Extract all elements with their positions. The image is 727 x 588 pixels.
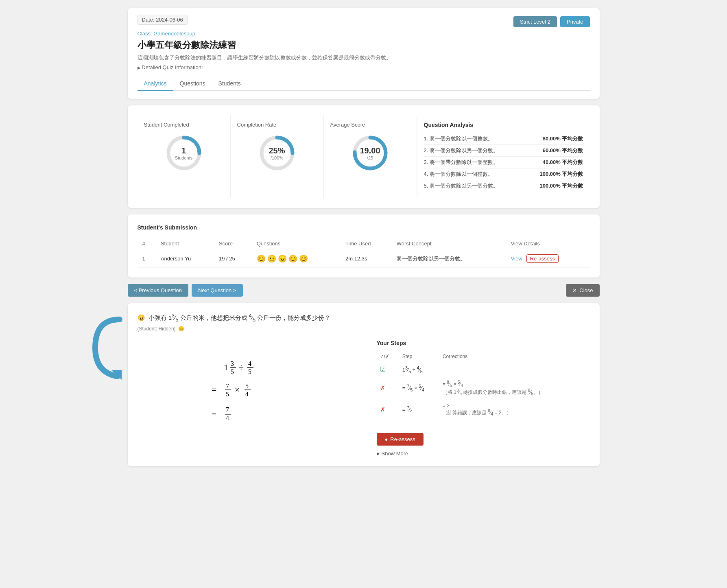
check-icon: ☑ bbox=[380, 366, 386, 373]
tab-analytics[interactable]: Analytics bbox=[138, 77, 173, 91]
steps-area: Your Steps ✓/✗ Step Corrections ☑ 13⁄5 ÷… bbox=[377, 340, 590, 457]
qa-item-4-text: 4. 將一個分數除以一個整數。 bbox=[424, 170, 493, 178]
emoji-5: 😊 bbox=[299, 254, 308, 263]
svg-text:4: 4 bbox=[245, 391, 249, 398]
strict-level-button[interactable]: Strict Level 2 bbox=[513, 16, 557, 27]
reassess-button[interactable]: ● Re-assess bbox=[377, 433, 424, 446]
steps-title: Your Steps bbox=[377, 340, 590, 346]
student-completed-label: Student Completed bbox=[144, 122, 224, 128]
student-emoji: 😊 bbox=[178, 326, 184, 332]
step-2-correction: = 8⁄5 × 5⁄4 bbox=[443, 381, 463, 387]
class-link[interactable]: Class: Gamenoodlesoup bbox=[138, 31, 590, 37]
qa-item-4-score: 100.00% 平均分數 bbox=[540, 170, 583, 178]
row-num: 1 bbox=[138, 250, 156, 267]
submission-card: Student's Submission # Student Score Que… bbox=[128, 214, 600, 278]
col-step: Step bbox=[399, 351, 439, 362]
date-badge: Date: 2024-06-06 bbox=[138, 15, 188, 25]
svg-text:3: 3 bbox=[231, 360, 234, 367]
qa-item-5-score: 100.00% 平均分數 bbox=[540, 182, 583, 190]
next-question-button[interactable]: Next Question > bbox=[192, 284, 243, 297]
completion-rate-label: Completion Rate bbox=[237, 122, 317, 128]
view-link[interactable]: View bbox=[511, 256, 522, 262]
step-2-note: （將 13⁄5 轉換成假分數時出錯，應該是 8⁄5。） bbox=[443, 388, 587, 396]
analytics-card: Student Completed 1 Students Completion … bbox=[128, 105, 600, 208]
show-more-link[interactable]: Show More bbox=[377, 450, 590, 457]
emoji-2: 😐 bbox=[267, 254, 276, 263]
cross-icon-2: ✗ bbox=[380, 406, 385, 413]
col-num: # bbox=[138, 237, 156, 250]
qa-item-5: 5. 將一個分數除以另一個分數。 100.00% 平均分數 bbox=[424, 180, 583, 192]
table-row: 1 Anderson Yu 19 / 25 😊 😐 😠 😊 😊 2m 12.3s bbox=[138, 250, 590, 267]
average-score-stat: Average Score 19.00 /25 bbox=[324, 115, 417, 198]
step-1-correction bbox=[439, 362, 590, 377]
emoji-1: 😊 bbox=[257, 254, 266, 263]
qa-item-2: 2. 將一個分數除以另一個分數。 60.00% 平均分數 bbox=[424, 145, 583, 157]
completion-rate-donut: 25% /100% bbox=[257, 133, 297, 173]
question-nav: < Previous Question Next Question > ✕ Cl… bbox=[128, 284, 600, 297]
svg-text:=: = bbox=[212, 385, 216, 395]
svg-text:7: 7 bbox=[226, 383, 229, 389]
handwriting-svg: 1 3 5 ÷ 4 5 = 7 5 × 5 bbox=[201, 348, 303, 437]
student-hidden-label: (Student: Hidden) 😊 bbox=[138, 326, 590, 332]
col-worst: Worst Concept bbox=[392, 237, 506, 250]
qa-item-3: 3. 將一個帶分數除以一個整數。 40.00% 平均分數 bbox=[424, 157, 583, 168]
completion-rate-stat: Completion Rate 25% /100% bbox=[231, 115, 324, 198]
arrow-decoration bbox=[91, 315, 124, 380]
svg-text:=: = bbox=[212, 409, 216, 419]
svg-text:4: 4 bbox=[226, 415, 229, 422]
step-row-2: ✗ = 7⁄5 × 5⁄4 = 8⁄5 × 5⁄4 （將 13⁄5 轉換成假分數… bbox=[377, 377, 590, 399]
student-completed-value: 1 bbox=[175, 146, 192, 155]
reassess-link[interactable]: Re-assess bbox=[526, 254, 559, 263]
qa-item-3-text: 3. 將一個帶分數除以一個整數。 bbox=[424, 159, 498, 166]
emoji-3: 😠 bbox=[278, 254, 287, 263]
close-button[interactable]: ✕ Close bbox=[566, 284, 599, 297]
tabs-bar: Analytics Questions Students bbox=[138, 77, 590, 91]
qa-item-4: 4. 將一個分數除以一個整數。 100.00% 平均分數 bbox=[424, 168, 583, 180]
step-3-note: （計算錯誤，應該是 8⁄4 = 2。） bbox=[443, 409, 587, 416]
submission-table: # Student Score Questions Time Used Wors… bbox=[138, 237, 590, 268]
header-card: Date: 2024-06-06 Strict Level 2 Private … bbox=[128, 8, 600, 99]
qa-item-2-score: 60.00% 平均分數 bbox=[543, 147, 583, 154]
row-view-details: View Re-assess bbox=[506, 250, 590, 267]
tab-questions[interactable]: Questions bbox=[173, 77, 212, 91]
svg-text:7: 7 bbox=[226, 406, 229, 413]
step-3-correction: = 2 bbox=[443, 403, 450, 409]
submission-title: Student's Submission bbox=[138, 224, 590, 231]
completion-rate-sub: /100% bbox=[269, 155, 285, 160]
qa-item-2-text: 2. 將一個分數除以另一個分數。 bbox=[424, 147, 498, 154]
question-card: 😠 小強有 13⁄5 公斤的米，他想把米分成 4⁄5 公斤一份，能分成多少份？ … bbox=[128, 303, 600, 466]
tab-students[interactable]: Students bbox=[212, 77, 247, 91]
row-worst: 將一個分數除以另一個分數。 bbox=[392, 250, 506, 267]
student-completed-donut: 1 Students bbox=[164, 133, 204, 173]
private-button[interactable]: Private bbox=[560, 16, 589, 27]
student-completed-stat: Student Completed 1 Students bbox=[138, 115, 231, 198]
qa-item-1-text: 1. 將一個分數除以一個整數。 bbox=[424, 135, 493, 142]
col-correction: Corrections bbox=[439, 351, 590, 362]
detail-link[interactable]: Detailed Quiz Information: bbox=[138, 64, 590, 70]
prev-question-button[interactable]: < Previous Question bbox=[128, 284, 188, 297]
emoji-4: 😊 bbox=[288, 254, 297, 263]
qa-item-5-text: 5. 將一個分數除以另一個分數。 bbox=[424, 182, 498, 190]
question-analysis-title: Question Analysis bbox=[424, 122, 583, 128]
student-completed-sub: Students bbox=[175, 155, 192, 160]
average-score-label: Average Score bbox=[330, 122, 410, 128]
row-time: 2m 12.3s bbox=[341, 250, 392, 267]
steps-table: ✓/✗ Step Corrections ☑ 13⁄5 ÷ 4⁄5 ✗ bbox=[377, 351, 590, 420]
svg-text:5: 5 bbox=[226, 391, 229, 398]
handwriting-area: 1 3 5 ÷ 4 5 = 7 5 × 5 bbox=[138, 340, 367, 446]
average-score-value: 19.00 bbox=[360, 146, 380, 155]
row-student: Anderson Yu bbox=[156, 250, 214, 267]
question-text: 😠 小強有 13⁄5 公斤的米，他想把米分成 4⁄5 公斤一份，能分成多少份？ bbox=[138, 313, 590, 323]
cross-icon: ✗ bbox=[380, 385, 385, 391]
col-details: View Details bbox=[506, 237, 590, 250]
col-questions: Questions bbox=[252, 237, 341, 250]
close-icon: ✕ bbox=[572, 287, 577, 293]
svg-text:5: 5 bbox=[245, 383, 249, 389]
completion-rate-value: 25% bbox=[269, 146, 285, 155]
step-1-text: 13⁄5 ÷ 4⁄5 bbox=[399, 362, 439, 377]
svg-text:÷: ÷ bbox=[239, 362, 244, 372]
step-row-1: ☑ 13⁄5 ÷ 4⁄5 bbox=[377, 362, 590, 377]
question-content: 1 3 5 ÷ 4 5 = 7 5 × 5 bbox=[138, 340, 590, 457]
average-score-sub: /25 bbox=[360, 155, 380, 160]
svg-text:×: × bbox=[235, 385, 240, 395]
